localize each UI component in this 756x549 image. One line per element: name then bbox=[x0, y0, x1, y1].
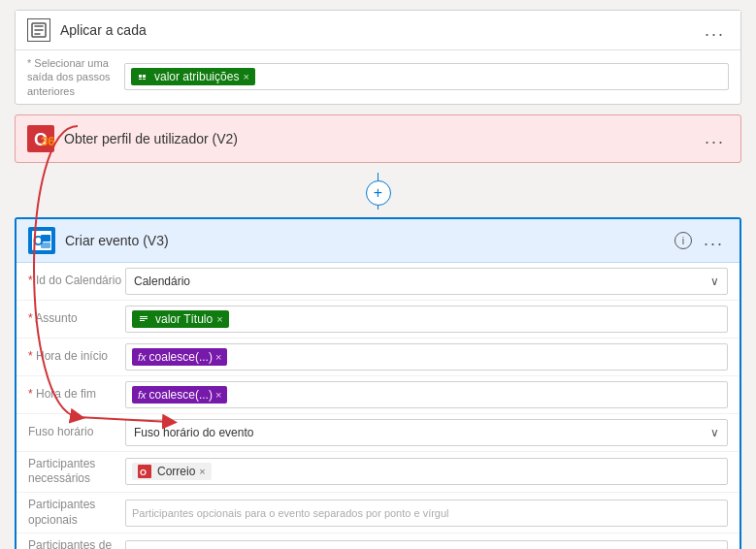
hora-fim-fx-text: coalesce(...) bbox=[149, 388, 213, 402]
assunto-row: * Assunto valor Título × bbox=[16, 301, 740, 339]
fuso-horario-value: Fuso horário do evento bbox=[134, 426, 710, 439]
add-step-container: + bbox=[0, 169, 756, 213]
apply-each-block: Aplicar a cada ... * Selecionar uma saíd… bbox=[15, 10, 741, 105]
office-block-header: O 365 Obter perfil de utilizador (V2) ..… bbox=[16, 115, 740, 162]
apply-each-more-button[interactable]: ... bbox=[701, 20, 729, 41]
calendar-id-value: Calendário bbox=[134, 274, 710, 288]
office-logo-icon: O 365 bbox=[27, 125, 54, 152]
participantes-recursos-label: Participantes de recursos bbox=[28, 538, 125, 549]
correio-text: Correio bbox=[157, 465, 195, 478]
participantes-necessarios-field[interactable]: O Correio × bbox=[125, 458, 728, 485]
participantes-necessarios-label: Participantes necessários bbox=[28, 457, 125, 487]
participantes-recursos-field[interactable]: Participantes de recursos do evento sepa… bbox=[125, 540, 728, 549]
correio-close[interactable]: × bbox=[199, 466, 205, 477]
fuso-horario-row: Fuso horário Fuso horário do evento ∨ bbox=[16, 414, 740, 452]
main-container: Aplicar a cada ... * Selecionar uma saíd… bbox=[0, 0, 756, 549]
participantes-necessarios-row: Participantes necessários O Correio × bbox=[16, 452, 740, 493]
outlook-icon: O bbox=[28, 227, 55, 254]
select-output-field[interactable]: valor atribuições × bbox=[124, 63, 729, 90]
create-event-title: Criar evento (V3) bbox=[65, 233, 674, 248]
fx-label-2: fx bbox=[138, 389, 147, 401]
hora-inicio-fx-token[interactable]: fx coalesce(...) × bbox=[132, 348, 227, 366]
create-event-block: O Criar evento (V3) i ... * Id do Calend… bbox=[15, 217, 741, 549]
participantes-opcionais-row: Participantes opcionais Participantes op… bbox=[16, 493, 740, 533]
hora-inicio-field[interactable]: fx coalesce(...) × bbox=[125, 343, 728, 371]
assunto-field[interactable]: valor Título × bbox=[125, 306, 728, 333]
office-block-more-button[interactable]: ... bbox=[701, 128, 729, 148]
valor-titulo-text: valor Título bbox=[155, 312, 213, 326]
apply-each-header: Aplicar a cada ... bbox=[16, 11, 740, 50]
svg-text:O: O bbox=[140, 468, 147, 477]
calendar-id-select[interactable]: Calendário ∨ bbox=[125, 268, 728, 295]
add-step-button[interactable]: + bbox=[366, 180, 391, 206]
create-event-more-button[interactable]: ... bbox=[700, 230, 728, 250]
calendar-id-chevron: ∨ bbox=[710, 274, 719, 288]
valor-titulo-token[interactable]: valor Título × bbox=[132, 310, 229, 328]
office-block: O 365 Obter perfil de utilizador (V2) ..… bbox=[15, 114, 741, 163]
hora-inicio-label: * Hora de início bbox=[28, 349, 125, 365]
participantes-opcionais-field[interactable]: Participantes opcionais para o evento se… bbox=[125, 500, 728, 527]
loop-icon bbox=[27, 18, 50, 42]
fuso-horario-chevron: ∨ bbox=[710, 426, 719, 439]
token-icon bbox=[137, 71, 148, 82]
hora-fim-row: * Hora de fim fx coalesce(...) × bbox=[16, 376, 740, 414]
hora-fim-fx-token[interactable]: fx coalesce(...) × bbox=[132, 386, 227, 404]
create-event-header: O Criar evento (V3) i ... bbox=[16, 219, 740, 263]
hora-inicio-fx-text: coalesce(...) bbox=[149, 350, 213, 364]
office-block-title: Obter perfil de utilizador (V2) bbox=[64, 131, 701, 146]
participantes-opcionais-label: Participantes opcionais bbox=[28, 498, 125, 528]
token-text: valor atribuições bbox=[154, 70, 239, 83]
assunto-label: * Assunto bbox=[28, 311, 125, 327]
fx-label-1: fx bbox=[138, 351, 147, 363]
participantes-recursos-row: Participantes de recursos Participantes … bbox=[16, 533, 740, 549]
apply-each-title: Aplicar a cada bbox=[60, 22, 701, 38]
info-button[interactable]: i bbox=[674, 232, 692, 249]
select-output-row: * Selecionar uma saída dos passos anteri… bbox=[16, 50, 740, 104]
svg-text:365: 365 bbox=[41, 134, 54, 148]
token-close-button[interactable]: × bbox=[243, 71, 248, 82]
valor-titulo-close[interactable]: × bbox=[216, 313, 222, 325]
hora-fim-close[interactable]: × bbox=[215, 389, 221, 401]
participantes-opcionais-placeholder: Participantes opcionais para o evento se… bbox=[132, 507, 721, 519]
correio-token[interactable]: O Correio × bbox=[132, 463, 212, 480]
hora-fim-field[interactable]: fx coalesce(...) × bbox=[125, 381, 728, 408]
calendar-id-label: * Id do Calendário bbox=[28, 274, 125, 289]
fuso-horario-select[interactable]: Fuso horário do evento ∨ bbox=[125, 419, 728, 446]
hora-fim-label: * Hora de fim bbox=[28, 387, 125, 403]
svg-rect-8 bbox=[41, 235, 50, 242]
hora-inicio-row: * Hora de início fx coalesce(...) × bbox=[16, 339, 740, 376]
select-output-label: * Selecionar uma saída dos passos anteri… bbox=[27, 56, 115, 98]
header-actions: i ... bbox=[674, 230, 728, 250]
fuso-horario-label: Fuso horário bbox=[28, 425, 125, 440]
hora-inicio-close[interactable]: × bbox=[215, 351, 221, 363]
calendar-id-row: * Id do Calendário Calendário ∨ bbox=[16, 263, 740, 301]
valor-atribuicoes-token[interactable]: valor atribuições × bbox=[131, 68, 255, 85]
svg-rect-9 bbox=[41, 242, 50, 248]
